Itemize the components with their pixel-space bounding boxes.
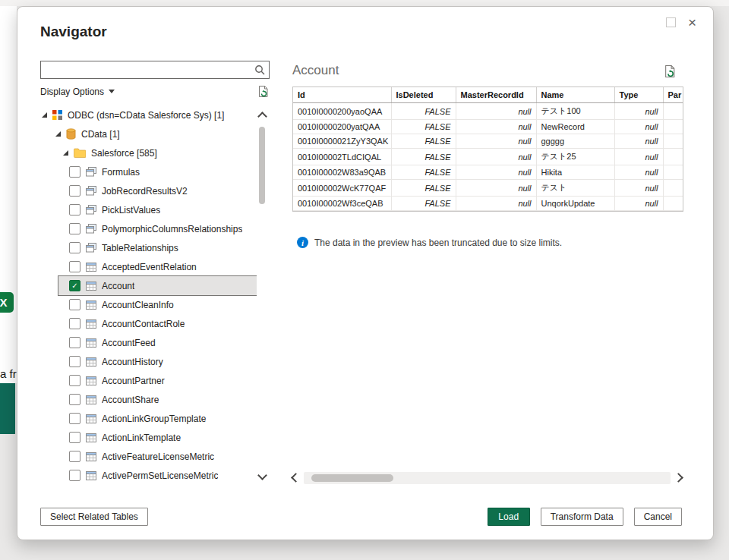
tree-item-label: Account: [102, 281, 134, 291]
checkbox[interactable]: [69, 337, 80, 348]
tree-item-accountpartner[interactable]: AccountPartner: [58, 371, 257, 390]
tree-item-label: AccountHistory: [102, 357, 163, 367]
checkbox[interactable]: [69, 185, 80, 197]
tree-node-label: CData [1]: [81, 129, 120, 140]
cell: null: [614, 180, 663, 197]
refresh-preview-icon[interactable]: [664, 64, 677, 78]
checkbox[interactable]: [69, 299, 80, 310]
checkbox[interactable]: [69, 413, 80, 424]
checkbox[interactable]: [69, 318, 80, 329]
maximize-icon[interactable]: [666, 17, 676, 27]
tree-item-accountshare[interactable]: AccountShare: [58, 390, 257, 409]
tree-node-label: Salesforce [585]: [91, 148, 157, 159]
expand-arrow-icon[interactable]: [55, 131, 61, 137]
checkbox-checked[interactable]: ✓: [69, 280, 80, 291]
tree-item-label: AccountFeed: [102, 338, 156, 348]
table-row: 0010I00002WcK77QAFFALSEnullテストnull: [293, 180, 683, 197]
checkbox[interactable]: [69, 242, 80, 253]
column-header-masterrecordid: MasterRecordId: [456, 87, 536, 103]
view-icon: [86, 167, 96, 177]
tree-node-salesforce[interactable]: Salesforce [585]: [40, 143, 257, 162]
tree-item-accountcleaninfo[interactable]: AccountCleanInfo: [58, 295, 257, 314]
tree-item-tablerelationships[interactable]: TableRelationships: [58, 238, 257, 257]
cell: null: [456, 165, 536, 180]
tree-item-jobrecordresultsv2[interactable]: JobRecordResultsV2: [58, 181, 257, 200]
cell: null: [456, 197, 536, 211]
tree-item-activepermsetlicensemetric[interactable]: ActivePermSetLicenseMetric: [58, 466, 257, 485]
window-controls: ×: [666, 15, 696, 30]
tree-item-accountfeed[interactable]: AccountFeed: [58, 333, 257, 352]
cell: [663, 120, 683, 134]
tree-item-picklistvalues[interactable]: PickListValues: [58, 200, 257, 219]
scroll-up-icon[interactable]: [257, 112, 267, 121]
cell: 0010I00002WcK77QAF: [293, 180, 391, 197]
checkbox[interactable]: [69, 451, 80, 462]
checkbox[interactable]: [69, 394, 80, 405]
column-header-par: Par: [663, 87, 683, 103]
tree-item-acceptedeventrelation[interactable]: AcceptedEventRelation: [58, 257, 257, 276]
tree-item-label: AccountShare: [102, 395, 159, 405]
tree-item-label: AcceptedEventRelation: [102, 262, 197, 272]
tree-item-activefeaturelicensemetric[interactable]: ActiveFeatureLicenseMetric: [58, 447, 257, 466]
tree-item-label: AccountContactRole: [102, 319, 185, 329]
cell: null: [614, 103, 663, 120]
expand-arrow-icon[interactable]: [63, 150, 68, 156]
preview-hscrollbar[interactable]: [292, 471, 682, 484]
checkbox[interactable]: [69, 223, 80, 234]
table-row: 0010I0000021ZyY3QAKFALSEnullgggggnull: [293, 134, 683, 149]
tree-item-label: Formulas: [102, 167, 140, 178]
tree-item-actionlinktemplate[interactable]: ActionLinkTemplate: [58, 428, 257, 447]
transform-data-button[interactable]: Transform Data: [541, 508, 623, 526]
checkbox[interactable]: [69, 470, 80, 481]
scroll-down-icon[interactable]: [257, 470, 267, 480]
tree-node-odbc[interactable]: ODBC (dsn=CData Salesforce Sys) [1]: [40, 105, 257, 124]
tree-scrollbar[interactable]: [257, 107, 267, 485]
cancel-button[interactable]: Cancel: [634, 508, 682, 526]
item-count: [585]: [137, 148, 157, 159]
chevron-down-icon: [109, 90, 115, 93]
tree-item-accounthistory[interactable]: AccountHistory: [58, 352, 257, 371]
search-box[interactable]: [40, 61, 270, 79]
tree-item-accountcontactrole[interactable]: AccountContactRole: [58, 314, 257, 333]
table-icon: [86, 319, 96, 329]
view-icon: [86, 243, 96, 253]
table-icon: [86, 300, 96, 310]
expand-arrow-icon[interactable]: [42, 112, 47, 118]
tree-item-label: AccountPartner: [102, 376, 165, 386]
item-count: [1]: [109, 129, 119, 140]
search-input[interactable]: [41, 63, 254, 77]
display-options-label: Display Options: [40, 87, 104, 97]
tree-node-cdata[interactable]: CData [1]: [40, 124, 257, 143]
cell: [663, 134, 683, 149]
tree-item-account[interactable]: ✓Account: [58, 276, 257, 295]
scrollbar-thumb[interactable]: [259, 127, 265, 204]
scroll-right-icon[interactable]: [674, 473, 683, 483]
navigator-dialog: × Navigator Display Options: [17, 6, 714, 540]
table-row: 0010I00002TLdCIQALFALSEnullテスト25null: [293, 149, 683, 165]
table-icon: [86, 338, 96, 348]
scroll-left-icon[interactable]: [291, 473, 301, 483]
table-icon: [86, 471, 96, 480]
screen: X a fro × Navigator Display Options: [0, 0, 729, 560]
checkbox[interactable]: [69, 166, 80, 178]
tree-item-polymorphiccolumnsrelationships[interactable]: PolymorphicColumnsRelationships: [58, 219, 257, 238]
tree-item-label: ActionLinkTemplate: [102, 433, 181, 443]
checkbox[interactable]: [69, 204, 80, 216]
tree-item-formulas[interactable]: Formulas: [58, 162, 257, 181]
refresh-preview-icon[interactable]: [257, 85, 270, 98]
select-related-tables-button[interactable]: Select Related Tables: [40, 508, 148, 526]
tree-item-label: ActivePermSetLicenseMetric: [102, 470, 218, 481]
checkbox[interactable]: [69, 432, 80, 443]
scrollbar-thumb[interactable]: [311, 474, 393, 482]
checkbox[interactable]: [69, 261, 80, 272]
scrollbar-track[interactable]: [304, 472, 671, 484]
close-icon[interactable]: ×: [688, 15, 696, 30]
tree-item-actionlinkgrouptemplate[interactable]: ActionLinkGroupTemplate: [58, 409, 257, 428]
checkbox[interactable]: [69, 356, 80, 367]
checkbox[interactable]: [69, 375, 80, 386]
cell: null: [614, 197, 663, 211]
column-header-id: Id: [293, 87, 391, 103]
cell: FALSE: [391, 103, 456, 120]
display-options-dropdown[interactable]: Display Options: [40, 87, 115, 97]
load-button[interactable]: Load: [488, 508, 530, 526]
